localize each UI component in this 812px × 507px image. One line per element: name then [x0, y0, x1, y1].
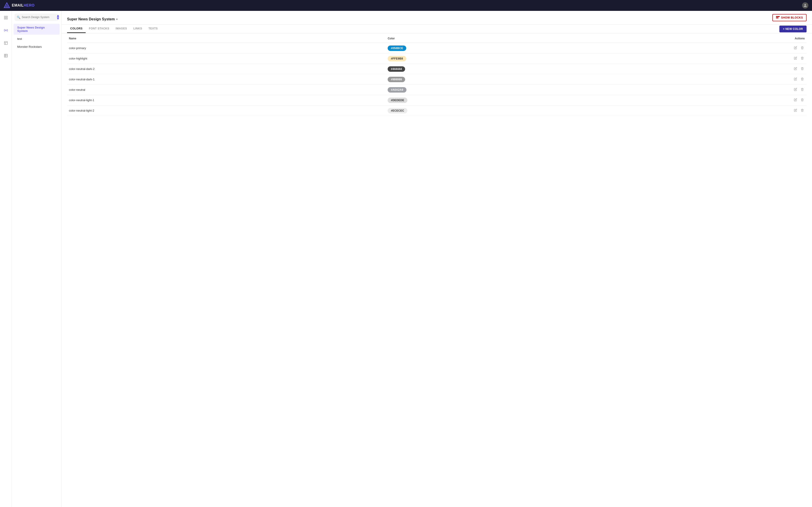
color-name-cell: color-neutral-light-2: [67, 106, 386, 116]
svg-rect-5: [4, 18, 5, 19]
icon-sidebar: [0, 11, 12, 507]
svg-rect-11: [4, 54, 7, 57]
sidebar-icon-table[interactable]: [2, 52, 10, 60]
logo-text: EMAILHERO: [12, 3, 35, 7]
col-header-actions: Actions: [639, 34, 807, 43]
delete-button[interactable]: [800, 97, 805, 103]
delete-button[interactable]: [800, 56, 805, 61]
edit-button[interactable]: [793, 87, 798, 93]
color-value-cell: #FFE9B8: [386, 53, 639, 64]
color-value-cell: #A0A2A9: [386, 84, 639, 95]
color-value-cell: #444444: [386, 64, 639, 74]
delete-button[interactable]: [800, 66, 805, 72]
edit-button[interactable]: [793, 108, 798, 113]
design-system-title: Super News Design System: [67, 17, 115, 21]
content-area: Name Color Actions color-primary#058BCE …: [62, 33, 812, 507]
top-nav: EMAILHERO: [0, 0, 812, 11]
table-row: color-neutral#A0A2A9: [67, 84, 807, 95]
header-title-area: Super News Design System ▾: [67, 17, 117, 21]
tab-texts[interactable]: TEXTS: [145, 25, 161, 33]
actions-cell: [639, 53, 807, 64]
actions-cell: [639, 95, 807, 106]
actions-cell: [639, 43, 807, 53]
tab-font-stacks[interactable]: FONT STACKS: [86, 25, 112, 33]
svg-rect-3: [4, 16, 5, 17]
main-header: Super News Design System ▾ SHOW BLOCKS: [62, 11, 812, 25]
blocks-icon: [776, 16, 779, 19]
delete-button[interactable]: [800, 76, 805, 82]
delete-button[interactable]: [800, 108, 805, 113]
sidebar-icon-grid[interactable]: [2, 13, 10, 22]
color-name-cell: color-highlight: [67, 53, 386, 64]
table-row: color-neutral-dark-2#444444: [67, 64, 807, 74]
sidebar-item-test[interactable]: test: [14, 35, 60, 43]
color-name-cell: color-primary: [67, 43, 386, 53]
color-value-cell: #999999: [386, 74, 639, 84]
sidebar-icon-design[interactable]: [2, 26, 10, 35]
svg-rect-6: [6, 18, 7, 19]
col-header-name: Name: [67, 34, 386, 43]
table-row: color-neutral-light-2#ECECEC: [67, 106, 807, 116]
svg-rect-8: [4, 42, 7, 45]
search-bar: 🔍 +: [14, 13, 59, 21]
svg-point-2: [805, 4, 806, 5]
svg-rect-4: [6, 16, 7, 17]
header-actions: SHOW BLOCKS: [772, 14, 807, 24]
edit-button[interactable]: [793, 56, 798, 61]
color-name-cell: color-neutral-light-1: [67, 95, 386, 106]
left-sidebar: 🔍 + Super News Design System test Monste…: [12, 11, 62, 507]
table-row: color-highlight#FFE9B8: [67, 53, 807, 64]
color-value-cell: #DEDEDE: [386, 95, 639, 106]
color-name-cell: color-neutral: [67, 84, 386, 95]
logo: EMAILHERO: [4, 2, 35, 9]
delete-button[interactable]: [800, 45, 805, 51]
search-icon: 🔍: [17, 16, 20, 19]
color-name-cell: color-neutral-dark-2: [67, 64, 386, 74]
colors-table: Name Color Actions color-primary#058BCE …: [67, 34, 807, 116]
new-color-button[interactable]: + NEW COLOR: [779, 25, 807, 33]
actions-cell: [639, 84, 807, 95]
actions-cell: [639, 106, 807, 116]
main-content: Super News Design System ▾ SHOW BLOCKS C…: [62, 11, 812, 507]
sidebar-item-super-news[interactable]: Super News Design System: [14, 24, 60, 35]
sidebar-item-monster[interactable]: Monster Rockstars: [14, 43, 60, 51]
sidebar-icon-blocks[interactable]: [2, 39, 10, 47]
actions-cell: [639, 74, 807, 84]
tab-colors[interactable]: COLORS: [67, 25, 86, 33]
color-value-cell: #ECECEC: [386, 106, 639, 116]
tab-links[interactable]: LINKS: [130, 25, 145, 33]
table-row: color-primary#058BCE: [67, 43, 807, 53]
col-header-color: Color: [386, 34, 639, 43]
tab-images[interactable]: IMAGES: [112, 25, 130, 33]
actions-cell: [639, 64, 807, 74]
title-dropdown-arrow[interactable]: ▾: [116, 18, 117, 21]
edit-button[interactable]: [793, 97, 798, 103]
show-blocks-button[interactable]: SHOW BLOCKS: [772, 14, 807, 21]
user-avatar[interactable]: [802, 2, 808, 9]
edit-button[interactable]: [793, 76, 798, 82]
color-value-cell: #058BCE: [386, 43, 639, 53]
delete-button[interactable]: [800, 87, 805, 93]
table-row: color-neutral-light-1#DEDEDE: [67, 95, 807, 106]
table-row: color-neutral-dark-1#999999: [67, 74, 807, 84]
search-add-button[interactable]: +: [57, 15, 59, 19]
edit-button[interactable]: [793, 45, 798, 51]
tabs: COLORS FONT STACKS IMAGES LINKS TEXTS: [62, 25, 166, 33]
color-name-cell: color-neutral-dark-1: [67, 74, 386, 84]
search-input[interactable]: [22, 16, 56, 19]
logo-icon: [4, 2, 10, 9]
svg-point-7: [5, 30, 6, 31]
edit-button[interactable]: [793, 66, 798, 72]
